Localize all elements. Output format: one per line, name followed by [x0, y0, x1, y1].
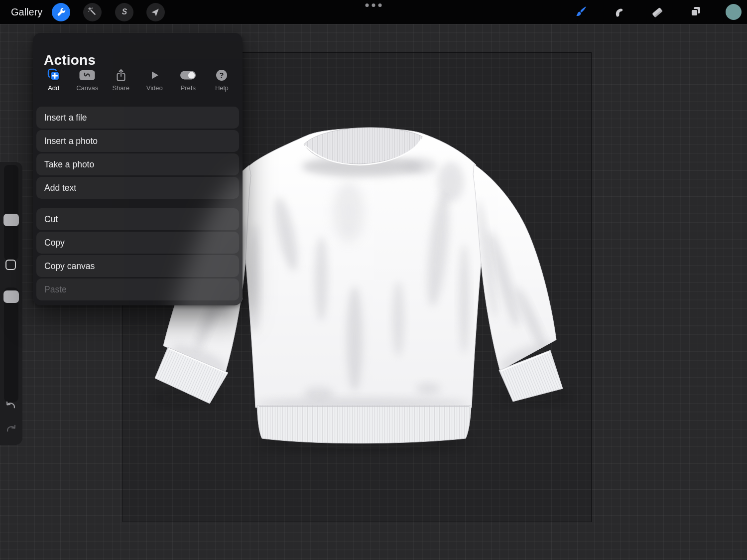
tab-add-label: Add: [48, 84, 59, 92]
layers-button[interactable]: [689, 5, 703, 19]
tab-prefs[interactable]: Prefs: [171, 66, 205, 92]
wrench-icon: [56, 6, 67, 17]
menu-item-insert-photo[interactable]: Insert a photo: [36, 130, 239, 152]
menu-item-copy-canvas[interactable]: Copy canvas: [36, 255, 239, 277]
eraser-tool-button[interactable]: [650, 5, 664, 19]
share-upload-icon: [115, 66, 127, 82]
prefs-toggle-icon: [179, 66, 197, 82]
multitask-dots-icon: [366, 3, 382, 7]
menu-item-insert-file[interactable]: Insert a file: [36, 107, 239, 129]
tab-prefs-label: Prefs: [181, 84, 196, 92]
opacity-handle[interactable]: [3, 290, 19, 303]
undo-button[interactable]: [5, 400, 17, 412]
tab-video-label: Video: [146, 84, 163, 92]
canvas-squiggle-icon: [79, 66, 96, 82]
redo-button[interactable]: [5, 423, 17, 435]
adjustments-button[interactable]: [83, 3, 102, 21]
actions-popover: Actions Add Canvas: [33, 33, 243, 305]
transform-button[interactable]: [146, 3, 165, 21]
tab-video[interactable]: Video: [138, 66, 172, 92]
smudge-finger-icon: [612, 5, 626, 19]
svg-text:S: S: [122, 7, 127, 16]
modify-button[interactable]: [5, 260, 16, 270]
magic-wand-icon: [87, 6, 98, 17]
smudge-tool-button[interactable]: [612, 5, 626, 19]
transform-arrow-icon: [150, 6, 161, 17]
video-play-icon: [148, 66, 161, 82]
actions-button[interactable]: [52, 3, 70, 21]
tab-canvas-label: Canvas: [76, 84, 98, 92]
selection-s-icon: S: [119, 6, 130, 17]
help-question-icon: ?: [215, 66, 228, 82]
tab-share[interactable]: Share: [104, 66, 138, 92]
undo-arrow-icon: [5, 400, 17, 412]
clipboard-menu-group: Cut Copy Copy canvas Paste: [36, 208, 239, 302]
color-swatch[interactable]: [726, 4, 742, 20]
brush-size-handle[interactable]: [3, 214, 19, 226]
menu-item-cut[interactable]: Cut: [36, 208, 239, 230]
gallery-button[interactable]: Gallery: [11, 0, 42, 24]
selection-button[interactable]: S: [115, 3, 133, 21]
menu-item-paste: Paste: [36, 279, 239, 300]
layers-icon: [689, 5, 703, 19]
top-toolbar: Gallery S: [0, 0, 747, 24]
tab-share-label: Share: [112, 84, 129, 92]
opacity-slider[interactable]: [4, 287, 18, 402]
tab-add[interactable]: Add: [37, 66, 71, 92]
brush-tool-button[interactable]: [574, 5, 588, 19]
menu-item-take-photo[interactable]: Take a photo: [36, 153, 239, 175]
paintbrush-icon: [574, 5, 588, 19]
tab-help[interactable]: ? Help: [205, 66, 239, 92]
add-plus-icon: [47, 66, 61, 82]
brush-size-slider[interactable]: [4, 165, 18, 261]
svg-text:?: ?: [220, 71, 224, 79]
brush-sidebar: [0, 162, 22, 445]
redo-arrow-icon: [5, 423, 17, 435]
eraser-icon: [650, 5, 664, 19]
actions-tabs: Add Canvas Share: [37, 66, 239, 92]
menu-item-copy[interactable]: Copy: [36, 232, 239, 254]
tab-help-label: Help: [215, 84, 229, 92]
insert-menu-group: Insert a file Insert a photo Take a phot…: [36, 107, 239, 200]
menu-item-add-text[interactable]: Add text: [36, 177, 239, 199]
tab-canvas[interactable]: Canvas: [71, 66, 105, 92]
